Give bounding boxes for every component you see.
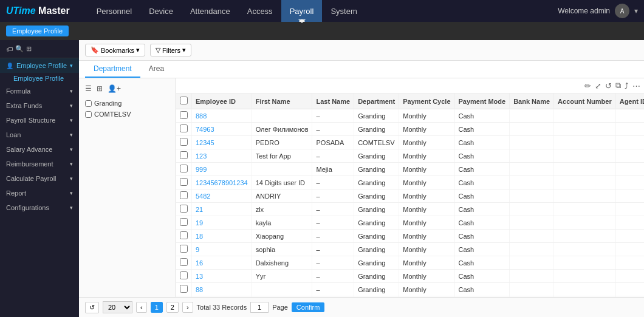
- next-page-button[interactable]: ›: [182, 302, 193, 313]
- more-action-icon[interactable]: ⋯: [632, 81, 640, 90]
- page-2-button[interactable]: 2: [166, 302, 179, 313]
- prev-page-button[interactable]: ‹: [136, 302, 147, 313]
- row-checkbox[interactable]: [180, 271, 188, 279]
- employee-id-link[interactable]: 19: [196, 219, 203, 227]
- cell-payment-mode: Cash: [454, 230, 510, 243]
- row-checkbox[interactable]: [180, 138, 188, 146]
- cell-last-name: POSADA: [312, 136, 354, 149]
- select-all-checkbox[interactable]: [180, 97, 188, 104]
- add-person-icon[interactable]: 👤+: [106, 83, 122, 94]
- sidebar-item-salary-advance[interactable]: Salary Advance ▾: [0, 142, 79, 157]
- employee-id-link[interactable]: 12345: [196, 139, 214, 146]
- nav-personnel[interactable]: Personnel: [88, 0, 141, 22]
- row-checkbox[interactable]: [180, 245, 188, 253]
- copy-action-icon[interactable]: ⧉: [615, 81, 621, 90]
- employee-id-link[interactable]: 18: [196, 233, 203, 240]
- row-checkbox[interactable]: [180, 151, 188, 159]
- sidebar-label-employee-profile: Employee Profile: [16, 62, 67, 69]
- employee-id-link[interactable]: 999: [196, 166, 207, 173]
- tab-area[interactable]: Area: [140, 61, 173, 78]
- employee-id-link[interactable]: 74963: [196, 126, 214, 133]
- employee-id-link[interactable]: 16: [196, 259, 203, 267]
- sidebar-item-reimbursement[interactable]: Reimbursement ▾: [0, 157, 79, 171]
- total-records: Total 33 Records: [197, 304, 247, 311]
- sidebar-arrow-employee: ▾: [70, 63, 73, 69]
- nav-system[interactable]: System: [322, 0, 365, 22]
- employee-id-link[interactable]: 9: [196, 246, 199, 253]
- reload-button[interactable]: ↺: [85, 302, 99, 313]
- row-checkbox[interactable]: [180, 205, 188, 213]
- cell-agent-id: [615, 243, 644, 256]
- page-jump-input[interactable]: [250, 302, 269, 313]
- table-row: 19 kayla – Granding Monthly Cash ✔: [176, 216, 644, 230]
- sidebar-arrow-formula: ▾: [70, 88, 73, 94]
- confirm-button[interactable]: Confirm: [292, 302, 325, 312]
- row-checkbox[interactable]: [180, 178, 188, 186]
- grid-view-icon[interactable]: ⊞: [95, 83, 104, 94]
- sidebar-item-employee-profile[interactable]: 👤 Employee Profile ▾: [0, 58, 79, 73]
- row-checkbox[interactable]: [180, 258, 188, 266]
- cell-account-number: [554, 283, 616, 296]
- employee-id-link[interactable]: 12345678901234: [196, 179, 248, 186]
- row-checkbox[interactable]: [180, 111, 188, 119]
- employee-id-link[interactable]: 21: [196, 206, 203, 213]
- employee-id-link[interactable]: 88: [196, 286, 203, 293]
- employee-id-link[interactable]: 5482: [196, 193, 210, 200]
- sidebar-item-configurations[interactable]: Configurations ▾: [0, 200, 79, 215]
- sidebar-item-report[interactable]: Report ▾: [0, 186, 79, 200]
- breadcrumb-bar: Employee Profile: [0, 22, 644, 40]
- table-icon[interactable]: ⊞: [26, 45, 32, 53]
- nav-attendance-wrap: Attendance: [182, 0, 239, 22]
- bookmarks-arrow: ▾: [136, 46, 140, 54]
- edit-action-icon[interactable]: ✏: [584, 81, 591, 90]
- refresh-action-icon[interactable]: ↺: [605, 81, 612, 90]
- table-header-row: Employee ID First Name Last Name Departm…: [176, 94, 644, 109]
- table-row: 12345678901234 14 Digits user ID – Grand…: [176, 176, 644, 189]
- dropdown-icon[interactable]: ▾: [634, 7, 638, 15]
- bookmarks-button[interactable]: 🔖 Bookmarks ▾: [85, 44, 145, 56]
- sidebar-item-loan[interactable]: Loan ▾: [0, 128, 79, 142]
- nav-payroll[interactable]: Payroll: [281, 0, 323, 22]
- employee-id-link[interactable]: 888: [196, 112, 207, 120]
- sidebar-item-formula[interactable]: Formula ▾: [0, 84, 79, 98]
- expand-action-icon[interactable]: ⤢: [595, 81, 601, 90]
- cell-bank-name: [510, 136, 554, 149]
- breadcrumb-tab[interactable]: Employee Profile: [6, 26, 69, 36]
- nav-device[interactable]: Device: [140, 0, 182, 22]
- page-1-button[interactable]: 1: [151, 302, 163, 313]
- row-checkbox[interactable]: [180, 191, 188, 199]
- nav-access[interactable]: Access: [239, 0, 281, 22]
- cell-department: COMTELSV: [354, 136, 399, 149]
- nav-attendance[interactable]: Attendance: [182, 0, 239, 22]
- dept-granding-label: Granding: [94, 100, 122, 107]
- dept-comtelsv-checkbox[interactable]: [85, 111, 92, 118]
- dept-granding-item[interactable]: Granding: [84, 98, 171, 109]
- list-view-icon[interactable]: ☰: [84, 83, 93, 94]
- cell-department: Granding: [354, 189, 399, 203]
- tab-department[interactable]: Department: [85, 61, 140, 78]
- dept-comtelsv-item[interactable]: COMTELSV: [84, 109, 171, 120]
- dept-granding-checkbox[interactable]: [85, 100, 92, 107]
- row-checkbox[interactable]: [180, 285, 188, 293]
- row-checkbox[interactable]: [180, 124, 188, 132]
- sidebar-item-payroll-structure[interactable]: Payroll Structure ▾: [0, 113, 79, 128]
- cell-payment-mode: Cash: [454, 123, 510, 136]
- employee-id-link[interactable]: 123: [196, 152, 207, 160]
- search-icon[interactable]: 🔍: [15, 45, 24, 53]
- share-action-icon[interactable]: ⤴: [625, 81, 629, 90]
- sidebar-item-extra-funds[interactable]: Extra Funds ▾: [0, 98, 79, 113]
- employee-id-link[interactable]: 13: [196, 273, 203, 280]
- avatar[interactable]: A: [615, 4, 629, 18]
- cell-last-name: –: [312, 216, 354, 230]
- per-page-select[interactable]: 20 50 100: [103, 301, 132, 313]
- sidebar-label-formula: Formula: [6, 87, 30, 95]
- cell-employee-id: 88: [192, 283, 252, 296]
- sidebar-sub-employee-profile[interactable]: Employee Profile: [0, 73, 79, 84]
- row-checkbox[interactable]: [180, 165, 188, 172]
- row-checkbox[interactable]: [180, 218, 188, 226]
- cell-last-name: –: [312, 283, 354, 296]
- row-checkbox[interactable]: [180, 231, 188, 239]
- sidebar-item-calculate-payroll[interactable]: Calculate Payroll ▾: [0, 171, 79, 186]
- filters-button[interactable]: ▽ Filters ▾: [150, 44, 191, 56]
- cell-agent-id: [615, 230, 644, 243]
